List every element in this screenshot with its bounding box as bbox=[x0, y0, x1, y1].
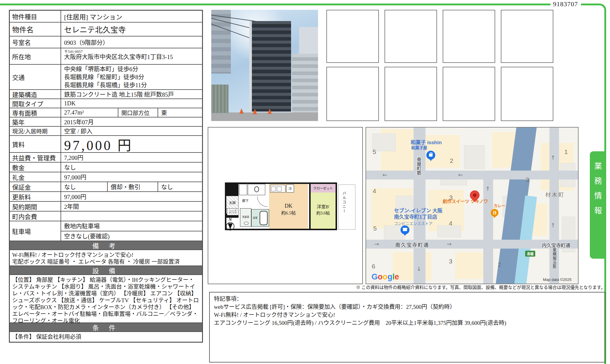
map: ← ← → → ↓ ↑ ↑ ↑ 骨屋町筋 南久宝寺町通 内久宝寺町通 東横堀浜筋… bbox=[366, 127, 579, 284]
floorplan: 玄関 シューズ ボックス 廊下 洗面室 浴室 冷 DK 約6.5帖 bbox=[208, 127, 363, 284]
special-notes-box: 特記事項： webサービス広告掲載 [許可]・保険：保険要加入（要確認）・カギ交… bbox=[209, 292, 605, 363]
parking-value-1: 敷地内駐車場 bbox=[61, 221, 202, 231]
section-header-remarks: 備 考 bbox=[10, 241, 202, 250]
fridge-label: 冷 bbox=[287, 186, 294, 191]
block-number: 3 bbox=[449, 194, 453, 201]
table-row: 保証金 なし 償却・敷引 なし bbox=[10, 182, 202, 192]
rent-value: 97,000 円 bbox=[61, 136, 202, 152]
washroom: 洗面室 bbox=[240, 208, 251, 227]
remarks-line: 宅配ボックス 暗証番号 ・ エレベータ 各階有 ・ 冷暖房 一部設置済 bbox=[12, 258, 200, 265]
poi-seven-eleven: セブン-イレブン 大阪 南久宝寺町1丁目店 bbox=[394, 208, 442, 220]
table-row: 物件種目 [住居用] マンション bbox=[10, 11, 202, 23]
google-letter: o bbox=[383, 272, 388, 281]
compass: N bbox=[226, 217, 234, 231]
road-arrow-up-icon: ↑ bbox=[551, 222, 555, 228]
street bbox=[211, 112, 318, 121]
special-notes-line: エアコンクリーニング 16,500円(退去時) / ハウスクリーニング費用 20… bbox=[214, 319, 601, 327]
sink-unit-icon bbox=[271, 187, 276, 191]
block-number: 2 bbox=[498, 261, 501, 268]
wall-block bbox=[225, 183, 239, 196]
row-value: 中央線「堺筋本町」徒歩6分 長堀鶴見線「松屋町」徒歩8分 長堀鶴見線「長堀橋」徒… bbox=[61, 65, 202, 89]
road-arrow-right-icon: → bbox=[374, 241, 379, 247]
table-row: 間取タイプ 1DK bbox=[10, 99, 202, 108]
section-header-conditions: 条 件 bbox=[10, 323, 202, 332]
poi-seven-line2: 南久宝寺町1丁目店 bbox=[394, 214, 442, 220]
row-value: 0903（9階部分） bbox=[61, 36, 202, 48]
row-value: 2015年07月 bbox=[61, 117, 202, 126]
road-arrow-up-icon: ↑ bbox=[551, 154, 555, 161]
kitchen-counter bbox=[270, 185, 285, 193]
photo-placeholder bbox=[443, 10, 495, 63]
map-building bbox=[437, 225, 461, 237]
traffic-cone bbox=[239, 108, 244, 114]
traffic-cone bbox=[253, 109, 257, 114]
road-arrow-up-icon: ↑ bbox=[485, 185, 490, 192]
dk-room: 冷 DK 約6.5帖 bbox=[269, 184, 308, 229]
row-label: 共益費・管理費 bbox=[10, 153, 61, 162]
guarantee-value: なし bbox=[61, 182, 108, 191]
map-attribution: Map data ©2025 bbox=[543, 277, 571, 282]
road-horizontal-north bbox=[366, 171, 579, 179]
google-letter: g bbox=[387, 272, 393, 281]
google-letter: e bbox=[395, 272, 399, 281]
tab-gyomu-joho[interactable]: 業務情報 bbox=[590, 151, 605, 259]
photo-placeholder bbox=[385, 67, 437, 121]
table-row: 礼金 97,000円 bbox=[10, 172, 202, 182]
table-row: 号室名 0903（9階部分） bbox=[10, 36, 202, 48]
facilities-body: 【位置】 角部屋 【キッチン】 給湯器（電気）・IHクッキングヒーター・システム… bbox=[10, 275, 202, 323]
western-room: 洋室B' 約3.6帖 bbox=[309, 193, 336, 229]
road-arrow-right-icon: → bbox=[447, 241, 452, 247]
closet-label: クローゼット bbox=[311, 186, 336, 190]
section-header-facilities: 設 備 bbox=[10, 266, 202, 275]
table-row: 物件名 セレニテ北久宝寺 bbox=[10, 23, 202, 36]
photo-placeholder bbox=[443, 67, 495, 121]
compass-n-label: N bbox=[226, 217, 234, 222]
disclaimer-note: ※ この資料は物件の概略紹介資料になります。写真、間取図面、設備、概要などが現況… bbox=[209, 284, 605, 290]
road-arrow-left-icon: ← bbox=[382, 171, 387, 178]
table-row: 町内会費 bbox=[10, 212, 202, 221]
opening-label: 開口部方位 bbox=[118, 108, 158, 117]
bathtub-icon bbox=[260, 211, 268, 225]
table-row: 共益費・管理費 7,200円 bbox=[10, 153, 202, 163]
google-letter: o bbox=[378, 272, 383, 281]
row-label: 物件種目 bbox=[10, 11, 61, 22]
entrance-area: 玄関 bbox=[226, 196, 239, 209]
hallway-label: 廊下 bbox=[242, 198, 249, 203]
google-letter: G bbox=[371, 272, 378, 281]
table-row: 築年 2015年07月 bbox=[10, 117, 202, 127]
map-block bbox=[455, 252, 488, 279]
row-label: 駐車場 bbox=[10, 221, 61, 241]
remarks-line: W-Fi無料! / オートロック付きマンションで安心! bbox=[12, 252, 200, 258]
compass-icon bbox=[226, 222, 234, 231]
amort-value: なし bbox=[158, 182, 202, 191]
toilet-icon bbox=[254, 186, 259, 192]
row-value: なし bbox=[61, 163, 202, 172]
block-number: 1 bbox=[564, 148, 568, 155]
row-value: 1DK bbox=[61, 99, 202, 108]
document-number: 9183707 bbox=[553, 0, 578, 8]
table-row: 契約期間 2年間 bbox=[10, 202, 202, 212]
main-tower bbox=[249, 21, 291, 112]
western-room-label: 洋室B' bbox=[311, 204, 336, 210]
road-vertical bbox=[414, 128, 425, 284]
road-label-honeyamachi: 骨屋町筋 bbox=[416, 157, 422, 175]
restaurant-pin-icon bbox=[491, 209, 498, 217]
row-label: 敷金 bbox=[10, 163, 61, 172]
row-value: 〒541-0057 大阪府大阪市中央区北久宝寺町1丁目3-15 bbox=[61, 48, 202, 64]
google-logo: Google bbox=[371, 272, 399, 282]
road-arrow-down-icon: ↓ bbox=[417, 266, 421, 272]
shoebox-label-2: ボックス bbox=[227, 212, 238, 214]
table-row: 専有面積 27.47m² 開口部方位 東 bbox=[10, 108, 202, 117]
row-value: 97,000円 bbox=[61, 172, 202, 182]
poi-seven-type: コンビニエンスストア bbox=[394, 220, 433, 226]
block-number: 5 bbox=[373, 225, 377, 232]
bathroom-label: 浴室 bbox=[253, 217, 258, 220]
row-label: 号室名 bbox=[10, 36, 61, 48]
shop-pin-icon bbox=[426, 151, 435, 160]
dk-size: 約6.5帖 bbox=[269, 209, 308, 217]
block-number: 3 bbox=[449, 258, 452, 265]
closet: クローゼット bbox=[309, 184, 336, 193]
special-notes-line: W-Fi無料! / オートロック付きマンションで安心! bbox=[214, 311, 601, 319]
table-row: 更新料 97,000円 bbox=[10, 192, 202, 202]
row-value: [住居用] マンション bbox=[61, 11, 202, 22]
